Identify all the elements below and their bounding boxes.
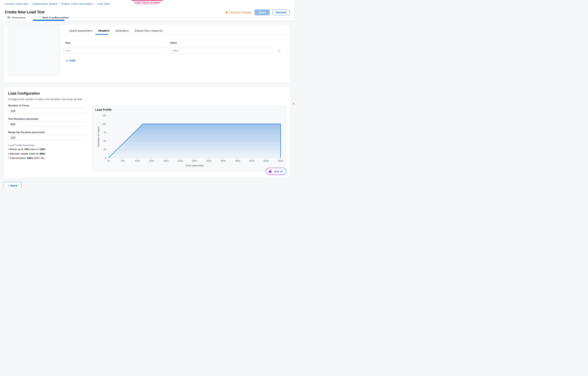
svg-text:50s: 50s [121,159,125,162]
breadcrumb-separator-icon: › [30,2,31,5]
back-button[interactable]: ‹ Back [4,182,21,188]
wizard-steps: Overview›Test Configuration [0,16,294,18]
steps-list: Overview›Test Configuration [5,16,71,18]
svg-text:125: 125 [102,114,106,117]
unsaved-changes-status: Unsaved Changes [226,11,252,14]
step-label: Test Configuration [42,16,69,18]
svg-text:0s: 0s [107,159,110,162]
tab-assertions[interactable]: Assertions [116,29,129,34]
svg-text:0: 0 [105,157,106,159]
request-tab-active-underline [95,34,108,35]
svg-text:25: 25 [104,148,106,151]
header-actions: Unsaved Changes Save Discard [226,10,290,15]
svg-text:50: 50 [104,140,106,142]
back-chevron-icon: ‹ [8,184,9,187]
load-configuration-card: Load Configuration Configure the number … [4,87,290,178]
svg-text:150s: 150s [149,159,154,162]
svg-text:100s: 100s [135,159,140,162]
tab-query-parameters[interactable]: Query parameters [69,29,93,34]
ramp-up-duration-seconds-input[interactable] [8,135,87,140]
svg-text:300s: 300s [192,159,197,162]
number-of-users-input[interactable] [8,108,87,114]
breadcrumb: Account: chaos-dev›Organization: default… [5,2,110,5]
step-overview[interactable]: Overview [5,16,27,18]
summary-bullet: • Ramp up to 100 users in 120s [8,148,45,151]
svg-text:200s: 200s [163,159,168,162]
delete-row-button[interactable] [277,49,281,52]
add-button-label: Add [69,59,75,62]
page-header: Account: chaos-dev›Organization: default… [0,0,294,21]
svg-text:600s: 600s [278,159,283,162]
svg-text:Time (seconds): Time (seconds) [185,164,204,167]
unsaved-changes-dot-icon [226,11,228,13]
load-profile-summary-list: • Ramp up to 100 users in 120s• Maintain… [8,148,45,161]
tab-headers[interactable]: Headers [98,29,110,34]
svg-text:350s: 350s [206,159,212,162]
breadcrumb-separator-icon: › [59,2,60,5]
unsaved-changes-label: Unsaved Changes [229,11,252,14]
load-profile-chart: Load Profile 02550751001250s50s100s150s2… [92,105,286,171]
breadcrumb-link[interactable]: Project: 1-64-x-test-project [61,2,93,5]
plus-icon: + [66,59,68,62]
summary-bullet: • Maintain steady state for 480s [8,152,45,155]
load-test-studio-badge: LOAD TEST STUDIO [131,0,163,5]
step-label: Overview [12,16,25,18]
page-title: Create New Load Test [5,10,44,14]
step-separator-icon: › [28,16,35,18]
svg-text:450s: 450s [235,159,240,162]
save-button[interactable]: Save [254,10,270,15]
ask-ai-label: Ask AI [274,170,283,173]
load-profile-summary-title: Load Profile Summary: [8,144,35,147]
tab-extract-from-response[interactable]: Extract from response [135,29,163,34]
svg-text:250s: 250s [178,159,183,162]
active-step-underline [33,20,64,21]
step-test-configuration[interactable]: Test Configuration [35,16,71,18]
svg-text:100: 100 [102,123,106,125]
overview-icon [7,16,10,18]
test-duration-seconds-input[interactable] [8,122,87,127]
tag-icon [37,16,41,18]
add-header-button[interactable]: + Add [66,59,75,62]
svg-text:500s: 500s [249,159,255,162]
discard-button[interactable]: Discard [273,10,290,15]
svg-text:Number of Users: Number of Users [97,126,100,146]
number-of-users-label: Number of Users [8,104,87,107]
value-input[interactable] [169,48,273,53]
load-configuration-title: Load Configuration [8,92,40,95]
request-list-pane[interactable] [8,25,60,76]
floating-notification-dot[interactable] [293,103,294,105]
summary-bullet: • Total duration: 600s (10m 0s) [8,157,45,159]
load-test-studio-badge-label: LOAD TEST STUDIO [131,0,163,5]
chart-canvas: 02550751001250s50s100s150s200s250s300s35… [92,105,286,171]
test-duration-seconds-label: Test Duration (seconds) [8,117,87,120]
breadcrumb-link[interactable]: Account: chaos-dev [5,2,28,5]
ask-ai-button[interactable]: Ask AI [266,168,286,175]
load-configuration-form: Number of UsersTest Duration (seconds)Ra… [8,104,87,144]
svg-text:75: 75 [104,131,106,134]
load-configuration-subtitle: Configure the number of users, test dura… [8,98,82,101]
key-input[interactable] [63,48,166,53]
request-tabs-border [60,35,286,35]
key-column-label: Key [65,41,70,44]
svg-text:400s: 400s [221,159,226,162]
svg-text:550s: 550s [264,159,269,162]
value-column-label: Value [170,41,177,44]
ai-mascot-icon [268,169,273,174]
ramp-up-duration-seconds-label: Ramp Up Duration (seconds) [8,131,87,134]
breadcrumb-separator-icon: › [94,2,95,5]
trash-icon [277,49,281,52]
request-tabs: Query parametersHeadersAssertionsExtract… [69,29,163,34]
request-configuration-card: Query parametersHeadersAssertionsExtract… [4,24,290,83]
breadcrumb-link[interactable]: Load Tests [97,2,110,5]
back-button-label: Back [10,184,17,187]
breadcrumb-link[interactable]: Organization: default [32,2,57,5]
